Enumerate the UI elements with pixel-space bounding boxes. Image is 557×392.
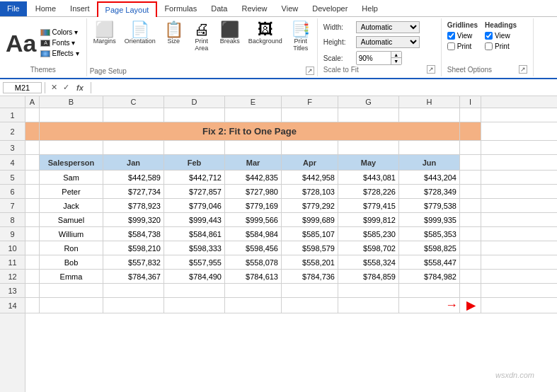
- cell-A2[interactable]: [25, 122, 40, 140]
- col-header-F[interactable]: F: [282, 96, 338, 108]
- cell-data[interactable]: $585,230: [338, 227, 399, 241]
- formula-input[interactable]: [94, 83, 554, 93]
- cell-C4[interactable]: Jan: [103, 155, 164, 170]
- cell-F3[interactable]: [282, 141, 338, 154]
- cell-data[interactable]: $442,712: [164, 171, 225, 184]
- tab-insert[interactable]: Insert: [63, 1, 97, 16]
- cell-I2[interactable]: [460, 122, 481, 140]
- cell-G3[interactable]: [338, 141, 399, 154]
- scale-down-btn[interactable]: ▼: [391, 58, 401, 64]
- cell-G4[interactable]: May: [338, 155, 399, 170]
- sheet-options-expand[interactable]: ↗: [519, 65, 527, 74]
- cell-data[interactable]: $784,490: [164, 270, 225, 283]
- cell-data[interactable]: $442,835: [225, 171, 282, 184]
- col-header-B[interactable]: B: [40, 96, 103, 108]
- cell-data[interactable]: $598,702: [338, 241, 399, 255]
- col-header-A[interactable]: A: [25, 96, 40, 108]
- cell-data[interactable]: $584,861: [164, 227, 225, 241]
- cell-A3[interactable]: [25, 141, 40, 154]
- cell-data[interactable]: $999,689: [282, 213, 338, 226]
- cell-name[interactable]: Peter: [40, 185, 103, 198]
- print-area-btn[interactable]: 🖨 PrintArea: [188, 20, 215, 54]
- size-btn[interactable]: 📋 Size: [161, 20, 187, 47]
- cell-data[interactable]: $728,349: [399, 185, 460, 198]
- scale-input[interactable]: [357, 54, 391, 63]
- cell-data[interactable]: $999,320: [103, 213, 164, 226]
- name-box[interactable]: [3, 82, 42, 93]
- print-titles-btn[interactable]: 📑 PrintTitles: [287, 20, 314, 54]
- cell-H1[interactable]: [399, 108, 460, 122]
- scale-up-btn[interactable]: ▲: [391, 52, 401, 58]
- confirm-icon[interactable]: ✓: [60, 83, 72, 92]
- headings-view-check[interactable]: [485, 32, 493, 40]
- background-btn[interactable]: 🖼 Background: [245, 20, 286, 47]
- cell-data[interactable]: $784,613: [225, 270, 282, 283]
- col-header-H[interactable]: H: [399, 96, 460, 108]
- col-header-I[interactable]: I: [460, 96, 481, 108]
- cell-E1[interactable]: [225, 108, 282, 122]
- gridlines-view-check[interactable]: [447, 32, 455, 40]
- cell-A4[interactable]: [25, 155, 40, 170]
- cell-name[interactable]: Bob: [40, 255, 103, 269]
- cell-data[interactable]: $999,812: [338, 213, 399, 226]
- cell-name[interactable]: Samuel: [40, 213, 103, 226]
- tab-formulas[interactable]: Formulas: [157, 1, 204, 16]
- cell-name[interactable]: Jack: [40, 199, 103, 212]
- cell-data[interactable]: $784,736: [282, 270, 338, 283]
- scale-expand[interactable]: ↗: [427, 65, 435, 74]
- cell-G1[interactable]: [338, 108, 399, 122]
- cell-C1[interactable]: [103, 108, 164, 122]
- cell-data[interactable]: $784,982: [399, 270, 460, 283]
- cell-E4[interactable]: Mar: [225, 155, 282, 170]
- cell-I3[interactable]: [460, 141, 481, 154]
- page-setup-expand[interactable]: ↗: [306, 67, 314, 75]
- cell-A1[interactable]: [25, 108, 40, 122]
- cell-B2-title[interactable]: Fix 2: Fit to One Page: [40, 122, 460, 140]
- cell-name[interactable]: Emma: [40, 270, 103, 283]
- tab-page-layout[interactable]: Page Layout: [97, 1, 158, 17]
- cell-data[interactable]: $779,415: [338, 199, 399, 212]
- cell-name[interactable]: Ron: [40, 241, 103, 255]
- cell-H3[interactable]: [399, 141, 460, 154]
- cell-data[interactable]: $442,958: [282, 171, 338, 184]
- margins-btn[interactable]: ⬜ Margins: [90, 20, 120, 47]
- cell-name[interactable]: Willium: [40, 227, 103, 241]
- cell-data[interactable]: $558,201: [282, 255, 338, 269]
- cell-data[interactable]: $557,955: [164, 255, 225, 269]
- col-header-C[interactable]: C: [103, 96, 164, 108]
- width-select[interactable]: Automatic 1 page 2 pages: [356, 21, 420, 33]
- cell-F1[interactable]: [282, 108, 338, 122]
- cell-B1[interactable]: [40, 108, 103, 122]
- cell-F4[interactable]: Apr: [282, 155, 338, 170]
- cell-data[interactable]: $999,935: [399, 213, 460, 226]
- cell-data[interactable]: $598,456: [225, 241, 282, 255]
- fx-icon[interactable]: fx: [72, 83, 88, 92]
- cell-data[interactable]: $727,857: [164, 185, 225, 198]
- cell-data[interactable]: $779,046: [164, 199, 225, 212]
- cell-data[interactable]: $598,333: [164, 241, 225, 255]
- cell-data[interactable]: $557,832: [103, 255, 164, 269]
- tab-home[interactable]: Home: [28, 1, 63, 16]
- cell-I1[interactable]: [460, 108, 481, 122]
- cell-data[interactable]: $442,589: [103, 171, 164, 184]
- col-header-G[interactable]: G: [338, 96, 399, 108]
- themes-fonts-btn[interactable]: A Fonts ▾: [39, 38, 80, 47]
- cell-data[interactable]: $558,447: [399, 255, 460, 269]
- cell-H4[interactable]: Jun: [399, 155, 460, 170]
- cell-data[interactable]: $598,825: [399, 241, 460, 255]
- cell-data[interactable]: $999,443: [164, 213, 225, 226]
- tab-view[interactable]: View: [275, 1, 306, 16]
- cell-data[interactable]: $584,984: [225, 227, 282, 241]
- col-header-D[interactable]: D: [164, 96, 225, 108]
- col-header-E[interactable]: E: [225, 96, 282, 108]
- cancel-icon[interactable]: ✕: [48, 83, 60, 92]
- cell-data[interactable]: $558,324: [338, 255, 399, 269]
- cell-name[interactable]: Sam: [40, 171, 103, 184]
- cell-data[interactable]: $443,204: [399, 171, 460, 184]
- cell-C3[interactable]: [103, 141, 164, 154]
- tab-data[interactable]: Data: [204, 1, 234, 16]
- tab-help[interactable]: Help: [355, 1, 385, 16]
- cell-data[interactable]: $784,367: [103, 270, 164, 283]
- cell-data[interactable]: $443,081: [338, 171, 399, 184]
- cell-data[interactable]: $585,107: [282, 227, 338, 241]
